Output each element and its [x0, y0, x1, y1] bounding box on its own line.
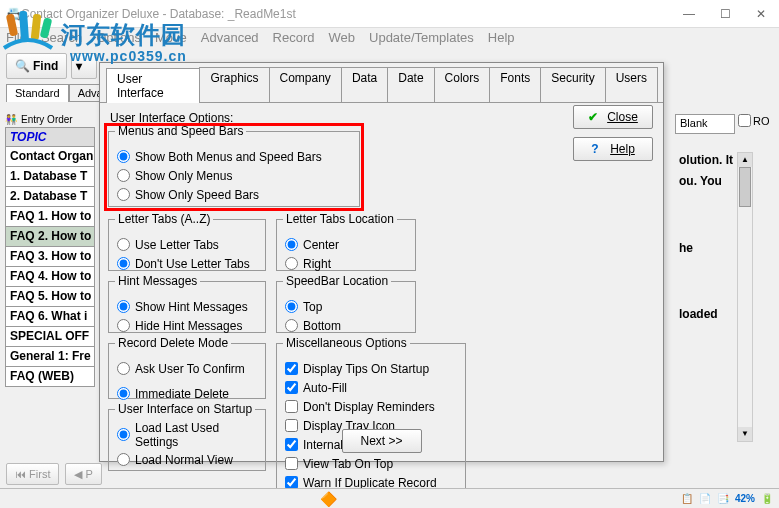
menu-advanced[interactable]: Advanced: [201, 30, 259, 48]
menu-record[interactable]: Record: [273, 30, 315, 48]
radio-dont-use-letter-tabs[interactable]: Don't Use Letter Tabs: [117, 255, 257, 272]
window-icon: 📇: [6, 7, 21, 21]
menu-move[interactable]: Move: [155, 30, 187, 48]
topic-row[interactable]: FAQ 4. How to: [5, 267, 95, 287]
menu-file[interactable]: File: [6, 30, 27, 48]
group-title: Hint Messages: [115, 274, 200, 288]
help-button[interactable]: ? Help: [573, 137, 653, 161]
prev-button[interactable]: ◀ P: [65, 463, 101, 485]
minimize-button[interactable]: —: [671, 0, 707, 28]
radio-center[interactable]: Center: [285, 236, 407, 253]
window-title: Contact Organizer Deluxe - Database: _Re…: [21, 7, 296, 21]
group-title: Letter Tabs Location: [283, 212, 397, 226]
magnifier-icon: 🔍: [15, 59, 29, 73]
menubar: File Search Options Move Advanced Record…: [0, 28, 779, 50]
battery-icon: 🔋: [761, 493, 773, 504]
dropdown-button[interactable]: ▾: [71, 53, 97, 79]
titlebar: 📇 Contact Organizer Deluxe - Database: _…: [0, 0, 779, 28]
close-button[interactable]: ✔ Close: [573, 105, 653, 129]
radio-top[interactable]: Top: [285, 298, 407, 315]
zoom-percent: 42%: [735, 493, 755, 504]
scroll-down-icon[interactable]: ▼: [738, 427, 752, 441]
group-speedbar-location: SpeedBar Location Top Bottom: [276, 281, 416, 333]
nav-footer: ⏮ First ◀ P: [0, 460, 779, 488]
entry-order-label: Entry Order: [21, 114, 73, 125]
group-title: SpeedBar Location: [283, 274, 391, 288]
check-icon: ✔: [588, 110, 602, 124]
options-tab-security[interactable]: Security: [540, 67, 605, 102]
next-button[interactable]: Next >>: [341, 429, 421, 453]
radio-use-letter-tabs[interactable]: Use Letter Tabs: [117, 236, 257, 253]
radio-show-hints[interactable]: Show Hint Messages: [117, 298, 257, 315]
scroll-up-icon[interactable]: ▲: [738, 153, 752, 167]
menu-search[interactable]: Search: [41, 30, 82, 48]
group-letter-tabs-location: Letter Tabs Location Center Right: [276, 219, 416, 271]
field-combo[interactable]: Blank: [675, 114, 735, 134]
radio-ask-confirm[interactable]: Ask User To Confirm: [117, 360, 257, 377]
options-tab-fonts[interactable]: Fonts: [489, 67, 541, 102]
check-don-t-display-reminders[interactable]: Don't Display Reminders: [285, 398, 457, 415]
group-title: Miscellaneous Options: [283, 336, 410, 350]
radio-immediate-delete[interactable]: Immediate Delete: [117, 385, 257, 402]
topic-row[interactable]: SPECIAL OFF: [5, 327, 95, 347]
radio-bottom[interactable]: Bottom: [285, 317, 407, 334]
topic-row[interactable]: FAQ (WEB): [5, 367, 95, 387]
maximize-button[interactable]: ☐: [707, 0, 743, 28]
tab-standard[interactable]: Standard: [6, 84, 69, 102]
radio-hide-hints[interactable]: Hide Hint Messages: [117, 317, 257, 334]
marker-icon: 🔶: [320, 491, 337, 507]
first-button[interactable]: ⏮ First: [6, 463, 59, 485]
menu-update-templates[interactable]: Update/Templates: [369, 30, 474, 48]
scroll-thumb[interactable]: [739, 167, 751, 207]
content-scrollbar[interactable]: ▲ ▼: [737, 152, 753, 442]
topic-row[interactable]: FAQ 1. How to: [5, 207, 95, 227]
menu-options[interactable]: Options: [96, 30, 141, 48]
find-button[interactable]: 🔍 Find: [6, 53, 67, 79]
close-label: Close: [607, 110, 638, 124]
check-display-tips-on-startup[interactable]: Display Tips On Startup: [285, 360, 457, 377]
people-icon: 👫: [5, 114, 17, 125]
topic-row[interactable]: FAQ 5. How to: [5, 287, 95, 307]
topic-row[interactable]: 2. Database T: [5, 187, 95, 207]
topic-row[interactable]: FAQ 2. How to: [5, 227, 95, 247]
chevron-down-icon: ▾: [76, 59, 82, 73]
options-tab-company[interactable]: Company: [269, 67, 342, 102]
topic-row[interactable]: FAQ 3. How to: [5, 247, 95, 267]
group-record-delete-mode: Record Delete Mode Ask User To Confirm I…: [108, 343, 266, 399]
topic-row[interactable]: Contact Organiz: [5, 147, 95, 167]
topic-row[interactable]: 1. Database T: [5, 167, 95, 187]
options-tab-user-interface[interactable]: User Interface: [106, 68, 200, 103]
find-label: Find: [33, 59, 58, 73]
highlight-box: [104, 123, 364, 211]
close-window-button[interactable]: ✕: [743, 0, 779, 28]
tool-icon[interactable]: 📄: [699, 493, 711, 504]
check-auto-fill[interactable]: Auto-Fill: [285, 379, 457, 396]
group-title: User Interface on Startup: [115, 402, 255, 416]
ro-checkbox[interactable]: RO: [738, 114, 770, 127]
topic-row[interactable]: General 1: Fre: [5, 347, 95, 367]
tool-icon[interactable]: 📋: [681, 493, 693, 504]
question-icon: ?: [591, 142, 605, 156]
group-title: Record Delete Mode: [115, 336, 231, 350]
menu-help[interactable]: Help: [488, 30, 515, 48]
radio-load-last[interactable]: Load Last Used Settings: [117, 426, 257, 443]
group-hint-messages: Hint Messages Show Hint Messages Hide Hi…: [108, 281, 266, 333]
menu-web[interactable]: Web: [329, 30, 356, 48]
options-tabs: User InterfaceGraphicsCompanyDataDateCol…: [100, 63, 663, 103]
group-letter-tabs: Letter Tabs (A..Z) Use Letter Tabs Don't…: [108, 219, 266, 271]
options-tab-users[interactable]: Users: [605, 67, 658, 102]
group-title: Letter Tabs (A..Z): [115, 212, 213, 226]
options-tab-data[interactable]: Data: [341, 67, 388, 102]
topic-header: TOPIC: [5, 127, 95, 147]
radio-right[interactable]: Right: [285, 255, 407, 272]
options-tab-colors[interactable]: Colors: [434, 67, 491, 102]
topic-row[interactable]: FAQ 6. What i: [5, 307, 95, 327]
options-tab-graphics[interactable]: Graphics: [199, 67, 269, 102]
options-dialog: User InterfaceGraphicsCompanyDataDateCol…: [99, 62, 664, 462]
entry-order: 👫 Entry Order: [5, 114, 95, 125]
statusbar: 🔶 📋 📄 📑 42% 🔋: [0, 488, 779, 508]
help-label: Help: [610, 142, 635, 156]
tool-icon[interactable]: 📑: [717, 493, 729, 504]
options-tab-date[interactable]: Date: [387, 67, 434, 102]
